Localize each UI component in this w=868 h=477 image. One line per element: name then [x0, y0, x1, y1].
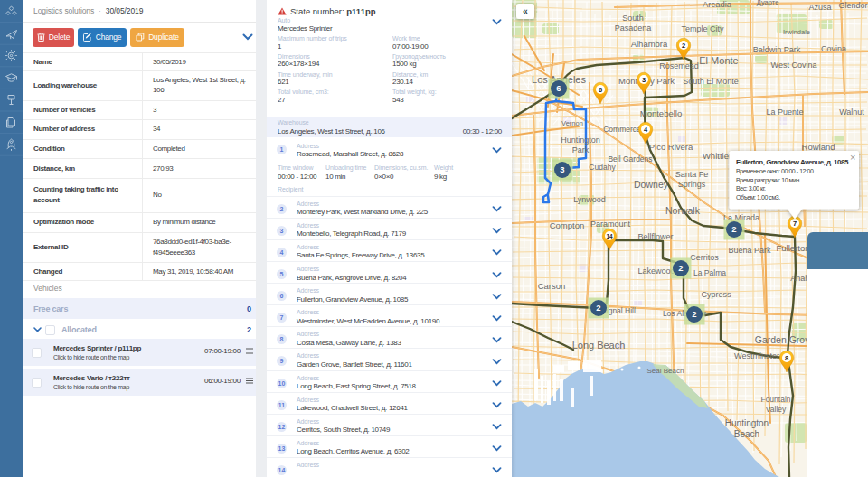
- svg-text:6: 6: [599, 86, 602, 94]
- svg-text:Santa Fe: Santa Fe: [675, 170, 709, 179]
- svg-text:14: 14: [606, 233, 613, 239]
- svg-text:2: 2: [596, 303, 600, 313]
- svg-text:Cudahy: Cudahy: [589, 163, 616, 172]
- svg-text:2: 2: [692, 309, 696, 319]
- svg-text:Cerritos: Cerritos: [690, 253, 719, 262]
- svg-text:Park: Park: [572, 145, 590, 154]
- svg-text:3: 3: [560, 164, 564, 174]
- svg-text:Westminster: Westminster: [734, 351, 779, 360]
- svg-text:Alhambra: Alhambra: [631, 39, 668, 49]
- svg-text:Временное окно: 00:00 - 12:00: Временное окно: 00:00 - 12:00: [736, 168, 814, 175]
- svg-text:Paramount: Paramount: [590, 220, 631, 229]
- svg-text:3: 3: [642, 76, 646, 84]
- svg-text:Lynwood: Lynwood: [573, 195, 606, 204]
- svg-text:Huntington: Huntington: [561, 136, 600, 145]
- svg-text:2: 2: [731, 224, 736, 234]
- svg-text:Norwalk: Norwalk: [665, 205, 701, 216]
- svg-text:Время разгрузки: 10 мин.: Время разгрузки: 10 мин.: [736, 177, 801, 184]
- svg-text:Commerce: Commerce: [603, 125, 641, 134]
- svg-text:Дуарте: Дуарте: [757, 0, 779, 6]
- svg-text:Cypress: Cypress: [701, 290, 731, 299]
- svg-text:Rowland: Rowland: [802, 142, 835, 152]
- svg-text:Huntington: Huntington: [725, 418, 769, 428]
- svg-text:Valley: Valley: [766, 405, 787, 414]
- svg-text:Carson: Carson: [538, 281, 566, 291]
- svg-text:Rosemead: Rosemead: [659, 61, 699, 70]
- svg-text:Compton: Compton: [550, 220, 585, 230]
- svg-text:Irwindale: Irwindale: [783, 28, 810, 36]
- svg-text:Covina: Covina: [821, 44, 846, 53]
- svg-text:Вес: 3.00 кг.: Вес: 3.00 кг.: [736, 185, 766, 192]
- svg-text:Fountain: Fountain: [760, 395, 790, 404]
- svg-text:Temple City: Temple City: [681, 24, 724, 33]
- svg-text:Bellflower: Bellflower: [637, 232, 673, 241]
- svg-text:Arcadia: Arcadia: [703, 0, 732, 9]
- svg-text:South El Monte: South El Monte: [683, 77, 739, 86]
- svg-text:Downey: Downey: [634, 179, 669, 190]
- svg-text:Glendora: Glendora: [838, 1, 868, 10]
- svg-text:El Monte: El Monte: [699, 55, 738, 66]
- svg-text:Pico Rivera: Pico Rivera: [649, 142, 693, 152]
- svg-text:Объем: 1.00 см3.: Объем: 1.00 см3.: [736, 194, 780, 201]
- svg-text:Garden Grove: Garden Grove: [755, 334, 816, 345]
- svg-text:Springs: Springs: [678, 180, 706, 189]
- svg-text:Fullerton, Grandview Avenue, д: Fullerton, Grandview Avenue, д. 1085: [736, 158, 849, 166]
- svg-text:2: 2: [678, 263, 683, 273]
- svg-text:La Palma: La Palma: [693, 268, 726, 277]
- svg-text:Beach: Beach: [734, 429, 760, 439]
- svg-text:Whittier: Whittier: [703, 151, 731, 161]
- svg-text:Montebello: Montebello: [640, 108, 682, 118]
- svg-text:Azusa: Azusa: [808, 3, 831, 12]
- svg-text:8: 8: [785, 354, 788, 362]
- svg-text:La Puente: La Puente: [766, 108, 803, 117]
- svg-text:2: 2: [682, 42, 685, 50]
- svg-text:Buena Park: Buena Park: [728, 246, 771, 255]
- svg-text:6: 6: [556, 83, 561, 93]
- svg-text:South: South: [622, 14, 644, 23]
- svg-text:7: 7: [793, 220, 797, 228]
- svg-text:Long Beach: Long Beach: [572, 340, 626, 351]
- svg-text:Walnut: Walnut: [839, 108, 864, 117]
- svg-text:«: «: [523, 5, 528, 16]
- svg-text:West Covina: West Covina: [771, 61, 817, 70]
- svg-text:Vernon: Vernon: [561, 119, 583, 127]
- svg-text:Fullerton: Fullerton: [777, 243, 810, 253]
- svg-text:Baldwin Park: Baldwin Park: [753, 45, 801, 54]
- svg-text:Pasadena: Pasadena: [615, 23, 652, 33]
- svg-text:Seal Beach: Seal Beach: [647, 367, 684, 375]
- svg-text:×: ×: [850, 152, 855, 163]
- svg-text:Lakewood: Lakewood: [637, 267, 675, 276]
